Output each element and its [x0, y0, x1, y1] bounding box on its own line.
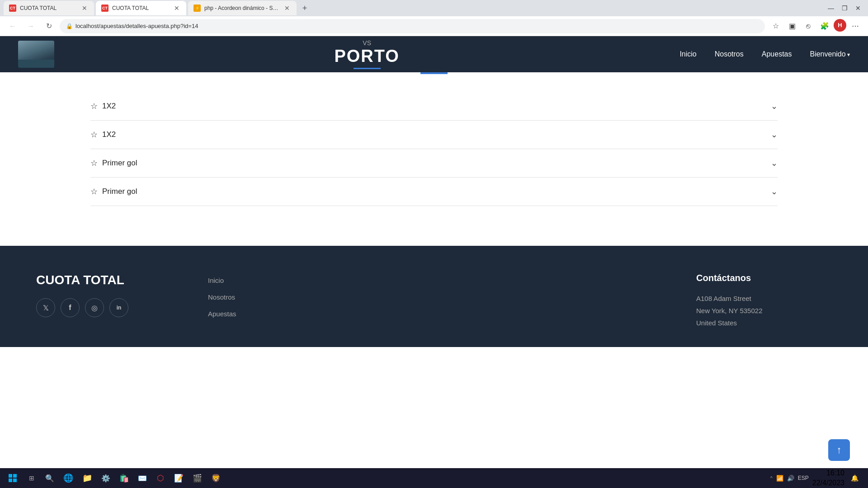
star-icon-4: ☆	[90, 187, 98, 197]
accordion-item-1[interactable]: ☆ 1X2 ⌄	[90, 92, 778, 121]
twitter-social-button[interactable]: 𝕏	[36, 298, 55, 317]
tab-close-3[interactable]: ✕	[283, 4, 291, 12]
taskbar-widgets-button[interactable]: ⊞	[24, 471, 40, 485]
back-button[interactable]: ←	[5, 19, 20, 33]
nav-nosotros[interactable]: Nosotros	[715, 50, 744, 58]
taskbar-edge-button[interactable]: 🌐	[60, 471, 77, 485]
taskbar-settings-button[interactable]: ⚙️	[98, 471, 114, 485]
video-icon: 🎬	[193, 474, 202, 483]
tab-favicon-2: CT	[101, 5, 108, 12]
bookmark-star-button[interactable]: ☆	[769, 19, 783, 33]
instagram-social-button[interactable]: ◎	[85, 298, 104, 317]
blue-underline-bar	[420, 72, 448, 74]
page-content: VS PORTO Inicio Nosotros Apuestas Bienve…	[0, 36, 868, 347]
nav-apuestas[interactable]: Apuestas	[762, 50, 792, 58]
linkedin-social-button[interactable]: in	[109, 298, 128, 317]
share-button[interactable]: ⎋	[801, 19, 816, 33]
new-tab-button[interactable]: +	[298, 2, 311, 14]
settings-icon: ⚙️	[101, 474, 110, 483]
tab-close-1[interactable]: ✕	[80, 4, 89, 12]
browser-chrome: CT CUOTA TOTAL ✕ CT CUOTA TOTAL ✕ ⚡ php …	[0, 0, 868, 36]
accordion-label-3: Primer gol	[102, 159, 137, 168]
taskbar-mail-button[interactable]: ✉️	[134, 471, 151, 485]
svg-rect-1	[13, 474, 17, 478]
scroll-top-button[interactable]: ↑	[828, 439, 850, 461]
taskbar-search-button[interactable]: 🔍	[42, 471, 58, 485]
window-maximize-button[interactable]: ❐	[838, 2, 851, 14]
accordion-item-4[interactable]: ☆ Primer gol ⌄	[90, 178, 778, 206]
profile-button[interactable]: H	[834, 19, 846, 32]
porto-text: PORTO	[334, 47, 399, 66]
taskbar-red-button[interactable]: ⬡	[152, 471, 169, 485]
address-line2: New York, NY 535022	[696, 307, 763, 314]
nav-bienvenido[interactable]: Bienvenido	[810, 50, 850, 58]
footer-nav-nosotros[interactable]: Nosotros	[208, 293, 416, 301]
tray-network-icon[interactable]: 📶	[776, 475, 783, 482]
chevron-down-icon-4: ⌄	[771, 187, 778, 197]
navbar-nav: Inicio Nosotros Apuestas Bienvenido	[679, 50, 850, 58]
linkedin-icon: in	[117, 305, 122, 311]
taskbar-sublimetext-button[interactable]: 📝	[170, 471, 187, 485]
tab-close-2[interactable]: ✕	[173, 4, 181, 12]
taskbar-clock: 16:10 22/4/2023	[812, 468, 844, 488]
accordion-label-4: Primer gol	[102, 187, 137, 196]
mail-icon: ✉️	[138, 474, 147, 483]
search-icon: 🔍	[45, 474, 54, 483]
svg-rect-2	[9, 479, 12, 482]
toolbar-actions: ☆ ▣ ⎋ 🧩 H ⋯	[769, 19, 863, 33]
footer-contact: Contáctanos A108 Adam Street New York, N…	[696, 273, 832, 329]
window-controls: — ❐ ✕	[825, 2, 864, 14]
address-bar[interactable]: 🔒 localhost/apuestas/detalles-apuesta.ph…	[60, 19, 765, 33]
footer-nav-inicio[interactable]: Inicio	[208, 277, 416, 284]
notification-center-button[interactable]: 🔔	[848, 472, 861, 484]
taskbar-file-button[interactable]: 📁	[79, 471, 96, 485]
svg-rect-3	[13, 479, 17, 482]
footer-brand-title: CUOTA TOTAL	[36, 273, 172, 287]
windows-start-button[interactable]	[4, 471, 22, 485]
browser-tab-3[interactable]: ⚡ php - Acordeon dinámico - Stack... ✕	[188, 1, 297, 15]
accordion-label-1: 1X2	[102, 102, 116, 111]
taskbar-store-button[interactable]: 🛍️	[116, 471, 132, 485]
navbar-title: VS PORTO	[54, 39, 679, 69]
browser-menu-button[interactable]: ⋯	[848, 19, 863, 33]
footer-brand: CUOTA TOTAL 𝕏 f ◎ in	[36, 273, 172, 329]
taskbar: ⊞ 🔍 🌐 📁 ⚙️ 🛍️ ✉️ ⬡ 📝 🎬 🦁 ^ 📶 🔊 ESP 16:10…	[0, 468, 868, 488]
reload-button[interactable]: ↻	[42, 19, 56, 33]
chevron-down-icon-1: ⌄	[771, 101, 778, 111]
tab-title-2: CUOTA TOTAL	[112, 5, 169, 11]
browser-toolbar: ← → ↻ 🔒 localhost/apuestas/detalles-apue…	[0, 16, 868, 36]
browser-tab-2[interactable]: CT CUOTA TOTAL ✕	[96, 1, 186, 15]
security-icon: 🔒	[66, 23, 73, 29]
facebook-icon: f	[69, 304, 71, 312]
window-close-button[interactable]: ✕	[852, 2, 864, 14]
footer-address: A108 Adam Street New York, NY 535022 Uni…	[696, 292, 832, 329]
edge-icon: 🌐	[63, 473, 73, 483]
facebook-social-button[interactable]: f	[61, 298, 80, 317]
footer-nav-apuestas[interactable]: Apuestas	[208, 310, 416, 318]
nav-inicio[interactable]: Inicio	[679, 50, 696, 58]
tab-favicon-3: ⚡	[193, 5, 201, 12]
accordion-item-3[interactable]: ☆ Primer gol ⌄	[90, 149, 778, 178]
address-line3: United States	[696, 319, 737, 327]
taskbar-tray: ^ 📶 🔊 ESP 16:10 22/4/2023 🔔	[767, 468, 864, 488]
browser-tab-1[interactable]: CT CUOTA TOTAL ✕	[4, 1, 94, 15]
accordion-item-2[interactable]: ☆ 1X2 ⌄	[90, 121, 778, 149]
taskbar-brave-button[interactable]: 🦁	[208, 471, 224, 485]
chevron-down-icon-3: ⌄	[771, 158, 778, 168]
address-line1: A108 Adam Street	[696, 295, 751, 302]
tray-volume-icon[interactable]: 🔊	[787, 475, 794, 482]
star-icon-3: ☆	[90, 158, 98, 168]
extensions-button[interactable]: 🧩	[817, 19, 832, 33]
browser-titlebar: CT CUOTA TOTAL ✕ CT CUOTA TOTAL ✕ ⚡ php …	[0, 0, 868, 16]
browser-sidebar-button[interactable]: ▣	[785, 19, 799, 33]
footer-nav: Inicio Nosotros Apuestas	[208, 273, 416, 329]
taskbar-video-button[interactable]: 🎬	[189, 471, 206, 485]
navbar-blue-bar	[354, 68, 381, 69]
accordion-left-2: ☆ 1X2	[90, 130, 116, 140]
store-icon: 🛍️	[119, 474, 129, 483]
tray-expand-button[interactable]: ^	[770, 476, 773, 481]
footer-socials: 𝕏 f ◎ in	[36, 298, 172, 317]
forward-button[interactable]: →	[24, 19, 38, 33]
window-minimize-button[interactable]: —	[825, 2, 837, 14]
star-icon-1: ☆	[90, 101, 98, 111]
